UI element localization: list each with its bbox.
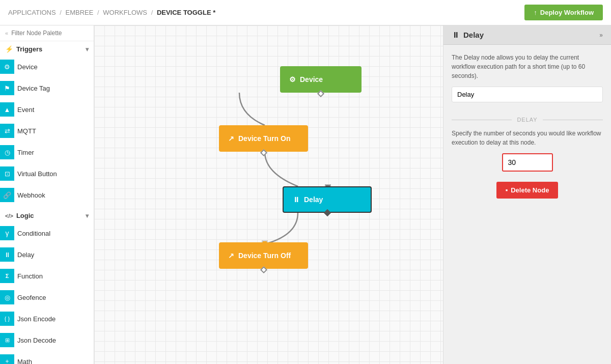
triggers-label: Triggers — [16, 45, 42, 53]
sidebar: « ⚡ Triggers ▾ ⚙ Device ⚑ Device Tag ▲ E… — [0, 25, 94, 364]
code-icon: </> — [5, 213, 13, 219]
virtual-button-icon: ⊡ — [0, 166, 14, 181]
triggers-section-header: ⚡ Triggers ▾ — [0, 41, 94, 56]
main-layout: « ⚡ Triggers ▾ ⚙ Device ⚑ Device Tag ▲ E… — [0, 25, 611, 364]
conditional-icon: γ — [0, 226, 14, 240]
right-panel: ⏸ Delay » The Delay node allows you to d… — [443, 25, 611, 364]
sidebar-item-timer-label: Timer — [17, 149, 34, 156]
device-tag-icon: ⚑ — [0, 81, 14, 95]
turn-off-arrow-icon: ↗ — [228, 251, 234, 260]
delay-section-divider: DELAY — [452, 117, 603, 123]
json-encode-icon: { } — [0, 312, 14, 326]
sidebar-item-device-label: Device — [17, 63, 38, 71]
node-turn-on[interactable]: ↗ Device Turn On — [219, 125, 308, 152]
sidebar-item-delay[interactable]: ⏸ Delay — [0, 244, 94, 265]
json-decode-icon: ⊞ — [0, 333, 14, 347]
sidebar-item-webhook-label: Webhook — [17, 191, 45, 199]
sidebar-item-function[interactable]: Σ Function — [0, 265, 94, 287]
header: APPLICATIONS / EMBREE / WORKFLOWS / DEVI… — [0, 0, 611, 25]
breadcrumb-sep3: / — [151, 9, 153, 16]
sidebar-item-math-label: Math — [17, 358, 32, 365]
sidebar-item-device-tag-label: Device Tag — [17, 85, 50, 92]
sidebar-item-mqtt-label: MQTT — [17, 127, 36, 135]
delay-name-input[interactable] — [452, 87, 603, 102]
sidebar-item-virtual-button-label: Virtual Button — [17, 170, 57, 178]
breadcrumb-part2[interactable]: EMBREE — [66, 9, 94, 16]
node-turn-off[interactable]: ↗ Device Turn Off — [219, 242, 308, 269]
breadcrumb-part1[interactable]: APPLICATIONS — [8, 9, 56, 16]
logic-label: Logic — [16, 212, 34, 219]
sidebar-search-bar: « — [0, 25, 94, 41]
sidebar-item-timer[interactable]: ◷ Timer — [0, 142, 94, 163]
sidebar-item-function-label: Function — [17, 272, 43, 280]
delay-node-description: The Delay node allows you to delay the c… — [452, 53, 603, 80]
search-input[interactable] — [11, 30, 89, 37]
node-turn-on-label: Device Turn On — [238, 134, 290, 143]
sidebar-item-event-label: Event — [17, 106, 34, 114]
webhook-icon: 🔗 — [0, 188, 14, 202]
sidebar-item-math[interactable]: + Math — [0, 351, 94, 364]
deploy-button-label: Deploy Workflow — [540, 9, 594, 16]
node-turn-off-bottom-connector — [260, 266, 267, 273]
sidebar-item-event[interactable]: ▲ Event — [0, 99, 94, 120]
breadcrumb-sep2: / — [97, 9, 99, 16]
logic-section-header: </> Logic ▾ — [0, 208, 94, 222]
node-device-gear-icon: ⚙ — [289, 75, 296, 83]
node-delay-bottom-connector — [323, 209, 330, 216]
sidebar-item-webhook[interactable]: 🔗 Webhook — [0, 184, 94, 206]
connection-lines — [94, 25, 443, 364]
node-device[interactable]: ⚙ Device — [280, 66, 362, 93]
breadcrumb-part3[interactable]: WORKFLOWS — [103, 9, 147, 16]
geofence-icon: ◎ — [0, 290, 14, 304]
right-panel-header: ⏸ Delay » — [443, 25, 611, 45]
sidebar-item-json-decode-label: Json Decode — [17, 337, 56, 344]
sidebar-item-json-encode[interactable]: { } Json Encode — [0, 308, 94, 329]
sidebar-item-json-decode[interactable]: ⊞ Json Decode — [0, 329, 94, 351]
mqtt-icon: ⇄ — [0, 124, 14, 138]
delete-node-label: Delete Node — [511, 186, 549, 194]
delay-seconds-description: Specify the number of seconds you would … — [452, 129, 603, 147]
node-turn-on-bottom-connector — [260, 149, 267, 156]
right-panel-body: The Delay node allows you to delay the c… — [443, 45, 611, 364]
node-device-label: Device — [300, 75, 323, 83]
node-turn-off-label: Device Turn Off — [238, 251, 291, 260]
node-delay[interactable]: ⏸ Delay — [283, 186, 372, 213]
sidebar-item-delay-label: Delay — [17, 251, 34, 259]
workflow-canvas[interactable]: ⚙ Device ↗ Device Turn On ⏸ Delay ↗ — [94, 25, 443, 364]
right-panel-title: Delay — [463, 31, 484, 39]
sidebar-item-device-tag[interactable]: ⚑ Device Tag — [0, 77, 94, 99]
sidebar-item-json-encode-label: Json Encode — [17, 315, 55, 323]
breadcrumb: APPLICATIONS / EMBREE / WORKFLOWS / DEVI… — [8, 9, 215, 16]
breadcrumb-current: DEVICE TOGGLE * — [157, 9, 215, 16]
breadcrumb-sep1: / — [60, 9, 62, 16]
timer-icon: ◷ — [0, 145, 14, 159]
right-panel-pause-icon: ⏸ — [452, 31, 459, 39]
sidebar-item-conditional-label: Conditional — [17, 230, 50, 237]
deploy-upload-icon: ↑ — [534, 9, 537, 16]
node-delay-label: Delay — [304, 195, 323, 204]
delete-node-wrap: ▪ Delete Node — [452, 182, 603, 199]
math-icon: + — [0, 354, 14, 364]
sidebar-collapse-icon[interactable]: « — [5, 30, 8, 36]
sidebar-item-geofence-label: Geofence — [17, 294, 46, 301]
delete-node-button[interactable]: ▪ Delete Node — [496, 182, 559, 199]
sidebar-item-virtual-button[interactable]: ⊡ Virtual Button — [0, 163, 94, 184]
trash-icon: ▪ — [506, 186, 508, 194]
delay-value-wrap — [452, 153, 603, 172]
function-icon: Σ — [0, 269, 14, 283]
delay-pause-icon: ⏸ — [293, 195, 300, 204]
right-panel-expand-icon[interactable]: » — [599, 32, 603, 39]
device-icon: ⚙ — [0, 60, 14, 74]
sidebar-item-conditional[interactable]: γ Conditional — [0, 222, 94, 244]
delay-value-input[interactable] — [502, 153, 553, 172]
node-device-bottom-connector — [317, 90, 324, 97]
sidebar-item-device[interactable]: ⚙ Device — [0, 56, 94, 77]
logic-collapse-icon[interactable]: ▾ — [86, 212, 89, 219]
delay-icon: ⏸ — [0, 247, 14, 262]
deploy-workflow-button[interactable]: ↑ Deploy Workflow — [524, 5, 603, 20]
turn-on-arrow-icon: ↗ — [228, 134, 234, 143]
bolt-icon: ⚡ — [5, 45, 13, 53]
sidebar-item-mqtt[interactable]: ⇄ MQTT — [0, 120, 94, 142]
triggers-collapse-icon[interactable]: ▾ — [86, 46, 89, 53]
sidebar-item-geofence[interactable]: ◎ Geofence — [0, 287, 94, 308]
